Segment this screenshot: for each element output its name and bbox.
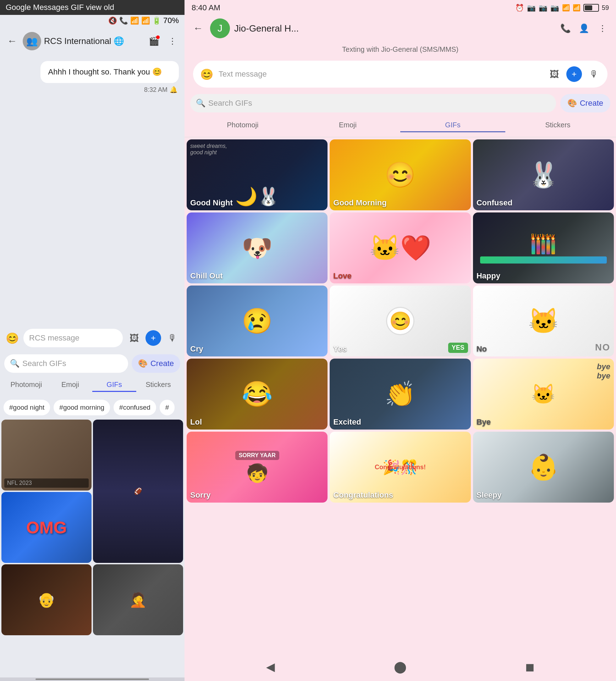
- back-button-left[interactable]: ←: [4, 33, 20, 49]
- nav-home-button[interactable]: ⬤: [390, 657, 410, 677]
- gif-label-lol: Lol: [190, 417, 202, 427]
- message-input-right[interactable]: Text message: [219, 70, 542, 79]
- gallery-button-left[interactable]: 🖼: [126, 330, 142, 346]
- message-text: Ahhh I thought so. Thank you 😊: [48, 67, 162, 76]
- emoji-button-right[interactable]: 😊: [199, 66, 214, 82]
- message-placeholder-left: RCS message: [29, 333, 79, 343]
- more-menu-button-left[interactable]: ⋮: [165, 33, 180, 49]
- gif-label-bye: Bye: [477, 417, 491, 427]
- search-placeholder-right: Search GIFs: [208, 99, 252, 108]
- camera-icon-1: 📷: [527, 4, 536, 12]
- gif-card-bye[interactable]: 🐱 byebye Bye: [473, 359, 614, 430]
- nav-recents-button[interactable]: ◼: [520, 657, 540, 677]
- gif-grid-left: NFL 2023 🏈 OMG 👴 🤦: [0, 418, 185, 677]
- gif-card-excited[interactable]: 👏 Excited: [330, 359, 471, 430]
- gif-item-coach[interactable]: NFL 2023: [1, 420, 92, 491]
- add-button-left[interactable]: +: [145, 330, 161, 346]
- tab-stickers-right[interactable]: Stickers: [505, 121, 610, 132]
- gif-label-good-night: Good Night: [190, 198, 233, 207]
- tab-photomoji-right[interactable]: Photomoji: [190, 121, 295, 132]
- gif-item-omg[interactable]: OMG: [1, 492, 92, 563]
- tab-gifs-left[interactable]: GIFs: [92, 381, 136, 392]
- phone-button-right[interactable]: 📞: [558, 21, 573, 36]
- audio-button-left[interactable]: 🎙: [165, 330, 180, 346]
- tab-emoji-left[interactable]: Emoji: [48, 381, 92, 392]
- tab-gifs-right[interactable]: GIFs: [400, 121, 505, 132]
- gif-label-sorry: Sorry: [190, 491, 210, 500]
- tags-row-left: #good night #good morning #confused #: [0, 397, 185, 418]
- battery-percent-right: 59: [602, 4, 609, 12]
- gif-label-yes: Yes: [333, 344, 347, 354]
- tab-photomoji-left[interactable]: Photomoji: [4, 381, 48, 392]
- gif-item-old-man[interactable]: 👴: [1, 564, 92, 635]
- nav-back-button[interactable]: ◀: [261, 657, 281, 677]
- tab-stickers-left[interactable]: Stickers: [136, 381, 180, 392]
- avatar-right: J: [210, 18, 230, 38]
- gif-card-lol[interactable]: 😂 Lol: [187, 359, 328, 430]
- gif-label-chill-out: Chill Out: [190, 271, 223, 281]
- message-input-left[interactable]: RCS message: [23, 329, 123, 347]
- chat-area: Ahhh I thought so. Thank you 😊 8:32 AM 🔔: [0, 54, 185, 325]
- add-person-button[interactable]: 👤: [576, 21, 592, 36]
- gif-card-congratulations[interactable]: 🎉🎊 Congratulations! Congratulations: [330, 432, 471, 503]
- signal-icon: 📶: [141, 16, 150, 25]
- create-button-right[interactable]: 🎨 Create: [560, 94, 610, 112]
- tooltip-text: Google Messages GIF view old: [6, 3, 114, 12]
- gif-label-good-morning: Good Morning: [333, 198, 386, 207]
- gif-card-sorry[interactable]: SORRY YAAR 🧒 Sorry: [187, 432, 328, 503]
- gif-item-quarterback[interactable]: 🏈: [93, 420, 183, 563]
- tab-emoji-right[interactable]: Emoji: [295, 121, 400, 132]
- search-icon-right: 🔍: [196, 99, 205, 108]
- gif-card-love[interactable]: 🐱❤️ Love: [330, 212, 471, 283]
- scroll-indicator-left: [35, 679, 149, 680]
- top-bar-left: ← 👥 RCS International 🌐 🎬 ⋮: [0, 28, 185, 54]
- gif-search-bar-left: 🔍 Search GIFs 🎨 Create: [0, 351, 185, 376]
- more-menu-button-right[interactable]: ⋮: [595, 21, 610, 36]
- add-button-right[interactable]: +: [566, 66, 582, 82]
- gif-card-happy[interactable]: Birthday 🔥 🔥 🔥 🔥 🔥: [473, 212, 614, 283]
- call-icon: 📞: [119, 16, 128, 25]
- gif-item-facepalm[interactable]: 🤦: [93, 564, 183, 635]
- gif-card-sleepy[interactable]: 👶 Sleepy: [473, 432, 614, 503]
- tooltip-bar: Google Messages GIF view old: [0, 0, 185, 15]
- gif-card-yes[interactable]: 😊 YES Yes: [330, 286, 471, 356]
- gif-label-excited: Excited: [333, 417, 361, 427]
- notification-dot: [156, 35, 160, 39]
- input-bar-wrapper-right: 😊 Text message 🖼 + 🎙: [185, 58, 616, 90]
- gif-search-box-left[interactable]: 🔍 Search GIFs: [4, 354, 128, 373]
- scroll-bar-left: [0, 677, 185, 681]
- gif-search-box-right[interactable]: 🔍 Search GIFs: [190, 94, 556, 112]
- create-icon-left: 🎨: [138, 359, 148, 368]
- tag-good-night[interactable]: #good night: [4, 400, 50, 415]
- tabs-row-right: Photomoji Emoji GIFs Stickers: [185, 116, 616, 137]
- create-label-left: Create: [150, 359, 174, 368]
- gif-card-chill-out[interactable]: 🐶 Chill Out: [187, 212, 328, 283]
- tag-more[interactable]: #: [160, 400, 175, 415]
- time-text-right: 8:40 AM: [192, 3, 220, 12]
- tag-good-morning[interactable]: #good morning: [54, 400, 110, 415]
- message-bubble: Ahhh I thought so. Thank you 😊: [40, 61, 179, 83]
- avatar-left: 👥: [23, 32, 41, 50]
- gif-label-no: No: [477, 344, 487, 354]
- video-call-button[interactable]: 🎬: [146, 33, 162, 49]
- gif-card-no[interactable]: 🐱 NO No: [473, 286, 614, 356]
- gif-card-good-night[interactable]: sweet dreams,good night 🌙🐰 Good Night: [187, 139, 328, 210]
- chat-title-left: RCS International 🌐: [44, 36, 143, 46]
- message-time: 8:32 AM 🔔: [6, 86, 179, 94]
- create-button-left[interactable]: 🎨 Create: [132, 354, 180, 373]
- tag-confused[interactable]: #confused: [114, 400, 156, 415]
- jio-chat-title: Jio-General H...: [234, 23, 554, 34]
- emoji-button-left[interactable]: 😊: [4, 330, 20, 346]
- status-icons-left: 🔇 📞 📶 📶 🔋 70%: [108, 16, 179, 25]
- message-placeholder-right: Text message: [219, 70, 267, 78]
- texting-banner-text: Texting with Jio-General (SMS/MMS): [342, 45, 458, 53]
- gif-card-cry[interactable]: 😢 Cry: [187, 286, 328, 356]
- gif-label-confused: Confused: [477, 198, 512, 207]
- right-panel: 8:40 AM ⏰ 📷 📷 📷 📶 📶 59 ← J Jio-General H…: [185, 0, 616, 681]
- gif-label-congratulations: Congratulations: [333, 491, 393, 500]
- back-button-right[interactable]: ←: [190, 21, 206, 36]
- gif-card-confused[interactable]: 🐰 Confused: [473, 139, 614, 210]
- audio-button-right[interactable]: 🎙: [586, 66, 602, 82]
- gallery-button-right[interactable]: 🖼: [546, 66, 562, 82]
- gif-card-good-morning[interactable]: 😊 Good Morning: [330, 139, 471, 210]
